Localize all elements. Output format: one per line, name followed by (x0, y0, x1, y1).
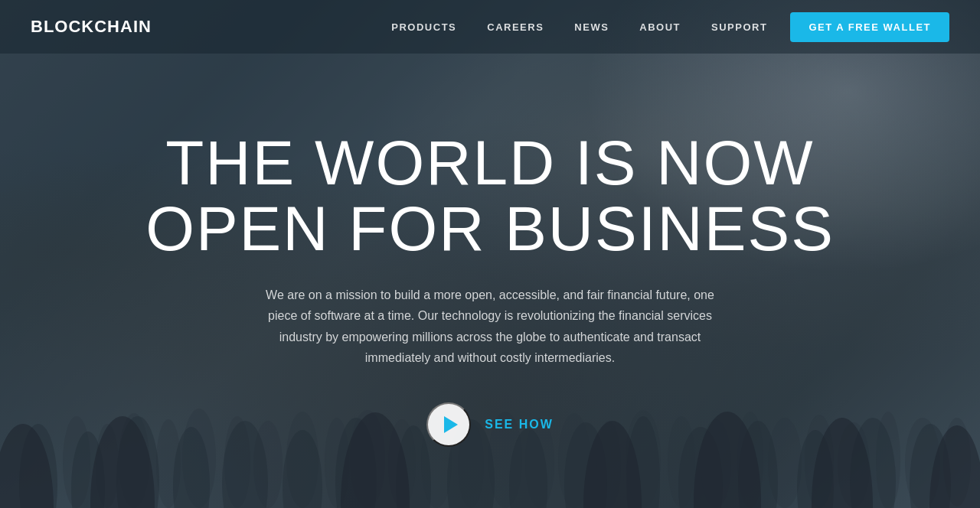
nav-item-support: SUPPORT (696, 20, 782, 34)
nav-link-support[interactable]: SUPPORT (696, 14, 782, 41)
see-how-label: SEE HOW (485, 418, 554, 431)
nav-link-careers[interactable]: CAREERS (472, 14, 559, 41)
nav-item-about: ABOUT (624, 20, 696, 34)
nav-links: PRODUCTS CAREERS NEWS ABOUT SUPPORT GET … (376, 20, 949, 34)
nav-item-careers: CAREERS (472, 20, 559, 34)
nav-item-cta: GET A FREE WALLET (782, 20, 949, 34)
nav-link-news[interactable]: NEWS (559, 14, 624, 41)
hero-title-line2: OPEN FOR BUSINESS (145, 194, 835, 263)
navbar: BLOCKCHAIN PRODUCTS CAREERS NEWS ABOUT S… (0, 0, 980, 54)
nav-item-products: PRODUCTS (376, 20, 472, 34)
hero-section: THE WORLD IS NOW OPEN FOR BUSINESS We ar… (0, 54, 980, 508)
brand-logo[interactable]: BLOCKCHAIN (31, 17, 152, 37)
hero-subtitle: We are on a mission to build a more open… (260, 285, 720, 368)
play-video-button[interactable] (426, 402, 471, 447)
nav-link-products[interactable]: PRODUCTS (376, 14, 472, 41)
play-icon (444, 416, 458, 433)
hero-cta-container: SEE HOW (426, 402, 554, 447)
nav-link-about[interactable]: ABOUT (624, 14, 696, 41)
get-wallet-button[interactable]: GET A FREE WALLET (790, 12, 949, 42)
hero-title: THE WORLD IS NOW OPEN FOR BUSINESS (145, 130, 835, 262)
nav-item-news: NEWS (559, 20, 624, 34)
hero-title-line1: THE WORLD IS NOW (165, 128, 814, 197)
